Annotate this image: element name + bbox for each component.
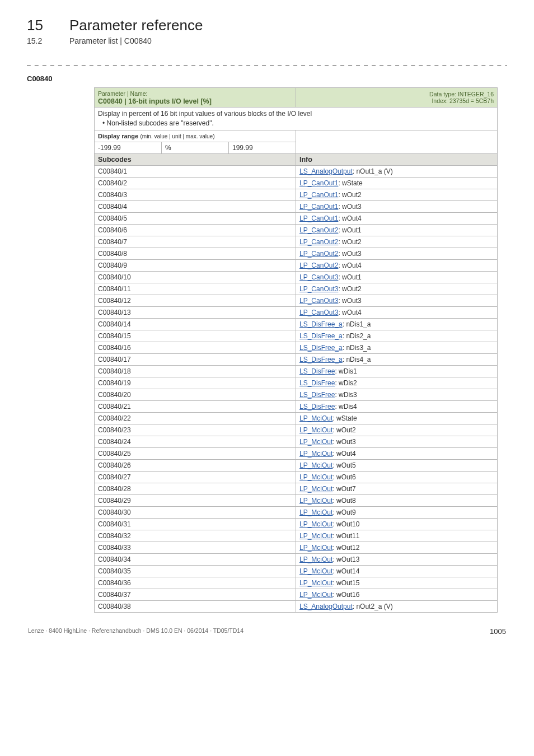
info-suffix: : wState [332,414,357,422]
subcode-cell: C00840/31 [95,518,296,530]
info-cell: LP_MciOut: wOut8 [296,494,498,506]
info-suffix: : wOut8 [332,497,355,505]
subcode-cell: C00840/1 [95,165,296,177]
reference-link[interactable]: LP_CanOut2 [299,226,338,234]
reference-link[interactable]: LP_MciOut [299,520,332,528]
info-suffix: : wState [338,179,362,187]
reference-link[interactable]: LS_DisFree [299,379,335,387]
info-col-header: Info [296,153,498,165]
table-row: C00840/38LS_AnalogOutput: nOut2_a (V) [95,600,498,612]
reference-link[interactable]: LS_AnalogOutput [299,167,353,175]
table-row: C00840/36LP_MciOut: wOut15 [95,577,498,589]
reference-link[interactable]: LS_DisFree [299,391,335,399]
reference-link[interactable]: LS_DisFree [299,367,335,375]
section-number: 15.2 [27,36,54,45]
info-suffix: : wOut1 [338,273,361,281]
info-cell: LP_MciOut: wOut2 [296,424,498,436]
info-suffix: : wOut3 [338,250,361,258]
info-cell: LP_MciOut: wOut4 [296,447,498,459]
info-suffix: : wDis2 [335,379,357,387]
display-range-max: 199.99 [229,142,296,153]
reference-link[interactable]: LP_CanOut1 [299,214,338,222]
table-row: C00840/34LP_MciOut: wOut13 [95,553,498,565]
subcode-cell: C00840/12 [95,295,296,306]
reference-link[interactable]: LP_MciOut [299,473,332,481]
info-cell: LS_DisFree_a: nDis4_a [296,353,498,365]
info-cell: LS_DisFree: wDis2 [296,377,498,389]
reference-link[interactable]: LP_MciOut [299,556,332,563]
reference-link[interactable]: LP_MciOut [299,497,332,505]
table-row: C00840/10LP_CanOut3: wOut1 [95,271,498,283]
info-suffix: : wDis4 [335,403,357,410]
info-suffix: : wOut2 [338,285,361,293]
table-row: C00840/30LP_MciOut: wOut9 [95,506,498,518]
reference-link[interactable]: LP_CanOut3 [299,309,338,316]
subcode-cell: C00840/34 [95,553,296,565]
reference-link[interactable]: LP_MciOut [299,544,332,552]
subcode-cell: C00840/17 [95,353,296,365]
info-cell: LS_DisFree_a: nDis3_a [296,342,498,353]
info-suffix: : wDis3 [335,391,357,399]
reference-link[interactable]: LP_MciOut [299,485,332,493]
reference-link[interactable]: LS_AnalogOutput [299,603,353,610]
table-row: C00840/9LP_CanOut2: wOut4 [95,259,498,271]
subcode-cell: C00840/7 [95,236,296,248]
info-cell: LS_DisFree_a: nDis1_a [296,318,498,330]
reference-link[interactable]: LS_DisFree_a [299,332,343,340]
table-row: C00840/13LP_CanOut3: wOut4 [95,306,498,318]
param-code-heading: C00840 [27,74,507,83]
subcode-cell: C00840/25 [95,447,296,459]
info-suffix: : nOut1_a (V) [353,167,393,175]
reference-link[interactable]: LS_DisFree_a [299,356,343,363]
table-row: C00840/37LP_MciOut: wOut16 [95,589,498,600]
info-cell: LP_CanOut2: wOut3 [296,248,498,259]
info-suffix: : wOut2 [338,191,361,199]
page-number: 1005 [490,627,506,636]
info-suffix: : wOut15 [332,579,359,587]
info-suffix: : nDis4_a [343,356,371,363]
reference-link[interactable]: LP_CanOut2 [299,262,338,269]
param-header-cell: Parameter | Name: C00840 | 16-bit inputs… [95,88,296,108]
reference-link[interactable]: LP_MciOut [299,450,332,458]
reference-link[interactable]: LP_MciOut [299,579,332,587]
subcode-cell: C00840/26 [95,459,296,471]
subcode-cell: C00840/32 [95,530,296,542]
reference-link[interactable]: LP_CanOut1 [299,179,338,187]
subcode-cell: C00840/13 [95,306,296,318]
reference-link[interactable]: LP_MciOut [299,591,332,599]
subcode-cell: C00840/15 [95,330,296,342]
subcodes-col-header: Subcodes [95,153,296,165]
subcode-cell: C00840/19 [95,377,296,389]
reference-link[interactable]: LP_CanOut3 [299,273,338,281]
subcode-cell: C00840/14 [95,318,296,330]
reference-link[interactable]: LP_MciOut [299,426,332,434]
reference-link[interactable]: LS_DisFree_a [299,344,343,352]
reference-link[interactable]: LP_CanOut1 [299,203,338,211]
reference-link[interactable]: LP_MciOut [299,567,332,575]
table-row: C00840/26LP_MciOut: wOut5 [95,459,498,471]
reference-link[interactable]: LS_DisFree [299,403,335,410]
reference-link[interactable]: LP_MciOut [299,532,332,540]
reference-link[interactable]: LP_CanOut2 [299,238,338,246]
info-cell: LS_AnalogOutput: nOut2_a (V) [296,600,498,612]
reference-link[interactable]: LP_MciOut [299,461,332,469]
reference-link[interactable]: LP_CanOut3 [299,285,338,293]
info-cell: LS_AnalogOutput: nOut1_a (V) [296,165,498,177]
reference-link[interactable]: LP_MciOut [299,438,332,446]
info-cell: LP_MciOut: wOut16 [296,589,498,600]
table-row: C00840/29LP_MciOut: wOut8 [95,494,498,506]
reference-link[interactable]: LP_CanOut2 [299,250,338,258]
reference-link[interactable]: LP_MciOut [299,414,332,422]
table-row: C00840/14LS_DisFree_a: nDis1_a [95,318,498,330]
table-row: C00840/33LP_MciOut: wOut12 [95,542,498,553]
table-row: C00840/8LP_CanOut2: wOut3 [95,248,498,259]
info-cell: LP_CanOut2: wOut1 [296,224,498,236]
reference-link[interactable]: LP_MciOut [299,508,332,516]
info-suffix: : nDis3_a [343,344,371,352]
reference-link[interactable]: LS_DisFree_a [299,320,343,328]
footer-text: Lenze · 8400 HighLine · Referenzhandbuch… [28,627,243,636]
reference-link[interactable]: LP_CanOut3 [299,297,338,305]
table-row: C00840/3LP_CanOut1: wOut2 [95,189,498,200]
info-suffix: : wOut4 [338,214,361,222]
reference-link[interactable]: LP_CanOut1 [299,191,338,199]
